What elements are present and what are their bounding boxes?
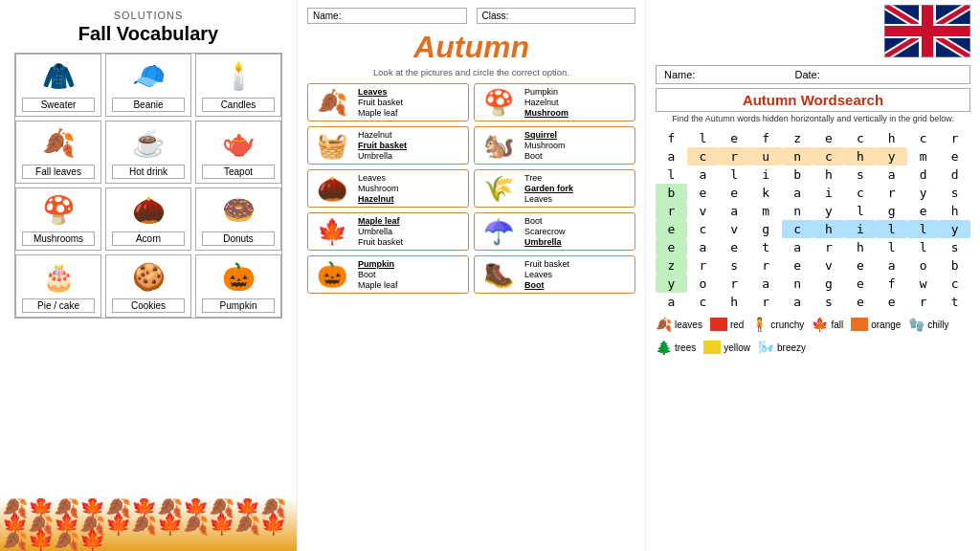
quiz-image: 🐿️ <box>479 131 519 161</box>
leaves-decoration: 🍂🍁🍂🍁🍂🍁🍂🍁🍂🍁🍂🍁🍂🍁🍂🍁🍂🍁🍂🍁🍂🍁🍂🍁🍂🍁 <box>0 498 297 551</box>
ws-cell: e <box>813 129 845 147</box>
ws-cell: w <box>907 275 939 293</box>
quiz-option[interactable]: Hazelnut <box>356 194 401 204</box>
ws-cell: c <box>687 293 719 311</box>
ws-cell: i <box>813 184 845 202</box>
ws-cell: f <box>656 129 687 147</box>
legend-emoji: 🍁 <box>812 317 828 332</box>
legend-person-emoji: 🧍 <box>751 317 768 332</box>
legend-person-emoji: 🧤 <box>908 317 924 332</box>
quiz-options: PumpkinBootMaple leaf <box>356 259 400 290</box>
ws-cell: n <box>782 275 813 293</box>
legend-text: orange <box>871 320 901 330</box>
ws-cell: l <box>656 165 687 184</box>
quiz-option[interactable]: Boot <box>523 216 568 226</box>
ws-cell: y <box>656 275 687 293</box>
quiz-option[interactable]: Umbrella <box>356 151 409 161</box>
quiz-option[interactable]: Pumpkin <box>356 259 400 269</box>
vocab-cell: 🍂 Fall leaves <box>15 121 101 184</box>
vocab-label: Cookies <box>112 298 185 313</box>
legend-row: 🍂leavesred🧍crunchy🍁fallorange🧤chilly🌲tre… <box>656 317 970 355</box>
legend-item: 🍁fall <box>812 317 843 332</box>
quiz-option[interactable]: Boot <box>523 151 568 161</box>
quiz-option[interactable]: Leaves <box>523 270 571 279</box>
quiz-option[interactable]: Leaves <box>523 194 575 204</box>
ws-cell: a <box>876 256 907 275</box>
legend-cloud-emoji: 🌬️ <box>758 340 774 355</box>
ws-cell: c <box>687 220 719 238</box>
ws-cell: k <box>750 184 782 202</box>
ws-cell: e <box>719 238 750 256</box>
ws-cell: a <box>719 202 750 220</box>
legend-item: 🌲trees <box>656 340 696 355</box>
quiz-image: 🥾 <box>479 260 519 290</box>
name-date-row: Name: Date: <box>656 65 970 84</box>
quiz-option[interactable]: Boot <box>523 280 571 290</box>
quiz-option[interactable]: Fruit basket <box>356 237 405 247</box>
quiz-row: 🐿️ SquirrelMushroomBoot <box>474 126 635 165</box>
ws-grid: flefzechcracrunchymelalibhsaddbeekaicrys… <box>656 129 970 311</box>
quiz-image: 🍂 <box>312 88 352 118</box>
quiz-option[interactable]: Maple leaf <box>356 280 400 290</box>
legend-emoji: 🌲 <box>656 340 672 355</box>
quiz-option[interactable]: Tree <box>523 173 575 183</box>
ws-cell: c <box>844 129 876 147</box>
quiz-option[interactable]: Fruit basket <box>523 259 571 269</box>
quiz-option[interactable]: Maple leaf <box>356 216 405 226</box>
legend-text: red <box>730 320 744 330</box>
left-panel: SOLUTIONS Fall Vocabulary 🧥 Sweater 🧢 Be… <box>0 0 297 551</box>
class-field[interactable]: Class: <box>477 8 636 24</box>
quiz-option[interactable]: Fruit basket <box>356 98 405 107</box>
ws-cell: r <box>656 202 687 220</box>
ws-cell: a <box>782 293 813 311</box>
ws-cell: s <box>844 165 876 184</box>
quiz-option[interactable]: Maple leaf <box>356 108 405 118</box>
ws-cell: l <box>876 220 907 238</box>
quiz-option[interactable]: Boot <box>356 270 400 279</box>
instructions: Look at the pictures and circle the corr… <box>307 67 635 77</box>
ws-cell: h <box>939 202 970 220</box>
ws-cell: c <box>939 275 970 293</box>
date-label: Date: <box>795 69 820 80</box>
quiz-options: LeavesMushroomHazelnut <box>356 173 401 204</box>
quiz-option[interactable]: Squirrel <box>523 130 568 140</box>
vocab-emoji: 🍂 <box>42 125 76 162</box>
ws-cell: n <box>782 202 813 220</box>
quiz-option[interactable]: Leaves <box>356 173 401 183</box>
vocab-cell: 🍄 Mushrooms <box>15 187 101 251</box>
ws-cell: o <box>687 275 719 293</box>
quiz-option[interactable]: Leaves <box>356 87 405 97</box>
ws-cell: e <box>687 184 719 202</box>
quiz-option[interactable]: Umbrella <box>523 237 568 247</box>
quiz-image: 🎃 <box>312 260 352 290</box>
ws-cell: s <box>719 256 750 275</box>
ws-cell: y <box>813 202 845 220</box>
quiz-option[interactable]: Scarecrow <box>523 227 568 236</box>
ws-cell: e <box>719 129 750 147</box>
ws-cell: o <box>907 256 939 275</box>
ws-cell: y <box>907 184 939 202</box>
quiz-option[interactable]: Pumpkin <box>523 87 570 97</box>
quiz-option[interactable]: Hazelnut <box>523 98 570 107</box>
quiz-option[interactable]: Mushroom <box>523 141 568 150</box>
quiz-option[interactable]: Garden fork <box>523 184 575 193</box>
quiz-option[interactable]: Mushroom <box>523 108 570 118</box>
ws-cell: e <box>876 293 907 311</box>
ws-cell: g <box>750 220 782 238</box>
name-field[interactable]: Name: <box>307 8 467 24</box>
quiz-option[interactable]: Mushroom <box>356 184 401 193</box>
svg-rect-8 <box>884 26 970 36</box>
quiz-option[interactable]: Fruit basket <box>356 141 409 150</box>
ws-cell: h <box>844 238 876 256</box>
quiz-image: 🌰 <box>312 174 352 204</box>
wordsearch-subtitle: Find the Autumn words hidden horizontall… <box>656 114 970 123</box>
ws-cell: s <box>939 238 970 256</box>
quiz-option[interactable]: Umbrella <box>356 227 405 236</box>
vocab-cell: 🍪 Cookies <box>105 254 191 318</box>
legend-emoji: 🍂 <box>656 317 672 332</box>
quiz-option[interactable]: Hazelnut <box>356 130 409 140</box>
vocab-emoji: 🧥 <box>42 58 76 95</box>
name-label: Name: <box>664 69 695 80</box>
ws-cell: c <box>844 184 876 202</box>
ws-cell: r <box>750 256 782 275</box>
